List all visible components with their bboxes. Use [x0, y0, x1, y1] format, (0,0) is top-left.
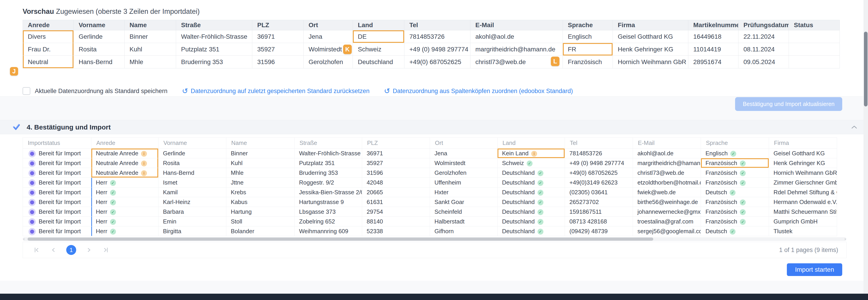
info-icon: [141, 170, 147, 176]
footer-bar: [0, 294, 868, 300]
cell-text: 52338: [367, 228, 383, 235]
cell-name: Mhle: [226, 168, 294, 178]
cell-text: Zobelring 652: [299, 218, 335, 225]
import-status-dot-icon: [30, 152, 34, 156]
cell-text: Gumprich GmbH: [774, 218, 817, 225]
info-icon: [141, 151, 147, 157]
map-from-headers-link[interactable]: ↺ Datenzuordnung aus Spaltenköpfen zuord…: [384, 88, 573, 94]
scroll-left-icon[interactable]: ‹: [23, 237, 25, 241]
cell-text: Hornich Weihmann GbR: [618, 58, 686, 65]
horizontal-scrollbar[interactable]: ‹ ›: [23, 237, 846, 241]
current-page-button[interactable]: 1: [66, 245, 76, 255]
cell-importstatus: Bereit für Import: [23, 168, 91, 178]
check-icon: [110, 199, 116, 206]
cell-text: Geisel Gotthard KG: [774, 150, 825, 157]
vertical-scrollbar-thumb[interactable]: [864, 32, 868, 106]
vertical-scrollbar[interactable]: [864, 0, 868, 294]
cell-text: +49(0) 687052625: [409, 58, 461, 65]
cell-anrede: Neutrale Anrede: [91, 168, 158, 178]
check-icon: [537, 180, 544, 186]
cell-tel: +49(0) 687052625: [404, 56, 470, 69]
cell-text: Ismet: [163, 179, 178, 186]
cell-text: 35927: [257, 46, 275, 53]
table-row: Bereit für ImportHerrIsmetJttneRoggestr.…: [23, 178, 837, 188]
save-mapping-checkbox[interactable]: [23, 87, 30, 95]
cell-text: Französisch: [706, 169, 737, 176]
cell-text: Deutsch: [706, 189, 727, 196]
preview-table: AnredeVornameNameStraßePLZOrtLandTelE-Ma…: [23, 20, 840, 69]
column-header-label: Name: [231, 139, 247, 146]
cell-martikelnummer: 11014419: [688, 43, 739, 56]
import-status-dot-icon: [30, 210, 34, 214]
column-header-label: Land: [502, 139, 516, 146]
cell-text: Divers: [28, 33, 46, 40]
start-import-button[interactable]: Import starten: [787, 263, 842, 276]
cell-text: Neutral: [28, 58, 48, 65]
update-confirmation-button[interactable]: Bestätigung und Import aktualisieren: [735, 97, 842, 111]
cell-sprache: Französisch: [701, 207, 769, 217]
cell-text: Neutrale Anrede: [96, 150, 138, 157]
column-header-label: Martikelnummer: [693, 22, 739, 29]
column-header-e-mail: E-Mail: [470, 20, 563, 30]
section-confirmation-header[interactable]: 4. Bestätigung und Import: [0, 120, 868, 134]
cell-tel: 265273702: [565, 197, 633, 207]
cell-firma: Hermann Odenwald e.V.: [769, 197, 837, 207]
column-header-e-mail: E-Mail: [633, 138, 701, 148]
prev-page-icon[interactable]: [50, 246, 57, 254]
cell-text: Schweiz: [502, 160, 524, 166]
reset-mapping-label: Datenzuordnung auf zuletzt gespeicherten…: [191, 88, 370, 94]
cell-sprache: Deutsch: [701, 226, 769, 236]
cell-land: DE: [353, 30, 404, 43]
cell-importstatus: Bereit für Import: [23, 226, 91, 236]
pagination-nav: 1: [33, 245, 110, 255]
import-status-dot-icon: [30, 171, 34, 175]
table-row: Bereit für ImportNeutrale AnredeRositaKu…: [23, 158, 837, 168]
cell-text: birthe56@weinhage.de: [638, 198, 698, 206]
check-icon: [110, 219, 116, 225]
table-row: Bereit für ImportHerrKamilKrebsJessika-B…: [23, 188, 837, 197]
scroll-right-icon[interactable]: ›: [844, 237, 846, 241]
cell-text: sergej56@googlemail.co…: [638, 228, 701, 235]
cell-plz: 31596: [362, 168, 430, 178]
cell-text: (09429) 48739: [569, 228, 608, 235]
cell-text: Putzplatz 351: [299, 160, 335, 166]
cell-text: Lbsgasse 373: [299, 208, 336, 215]
chevron-up-icon[interactable]: [850, 124, 858, 130]
next-page-icon[interactable]: [85, 246, 93, 254]
cell-martikelnummer: 28951674: [688, 56, 739, 69]
column-header-anrede: Anrede: [91, 138, 158, 148]
cell-text: 88140: [367, 218, 383, 225]
import-status-dot-icon: [30, 161, 34, 165]
horizontal-scrollbar-thumb[interactable]: [28, 238, 653, 241]
cell-text: 08713 428168: [569, 218, 607, 225]
cell-anrede: Herr: [91, 197, 158, 207]
preview-title-bold: Vorschau: [23, 7, 54, 16]
cell-importstatus: Bereit für Import: [23, 217, 91, 226]
cell-sprache: Französisch: [701, 158, 769, 168]
cell-text: Gerlinde: [79, 33, 103, 40]
cell-text: (02305) 03641: [569, 189, 608, 196]
column-header-label: Tel: [570, 139, 577, 146]
column-header-label: PLZ: [367, 139, 378, 146]
cell-text: DE: [358, 33, 367, 40]
cell-text: johannewernecke@gmx.…: [638, 208, 701, 215]
first-page-icon[interactable]: [33, 246, 40, 254]
cell-e-mail: fwiek@web.de: [633, 188, 701, 197]
cell-text: Bereit für Import: [39, 218, 81, 225]
cell-ort: Gerolzhofen: [430, 168, 498, 178]
column-header-ort: Ort: [430, 138, 498, 148]
cell-text: Deutschland: [502, 208, 535, 215]
import-status-dot-icon: [30, 229, 34, 234]
cell-firma: Zimmer Gierschner Gmb…: [769, 178, 837, 188]
cell-text: Wolmirstedt: [309, 46, 342, 53]
column-header-label: PLZ: [257, 22, 269, 29]
cell-text: FR: [568, 46, 576, 53]
table-row: Bereit für ImportHerrBirgittaBolanderWei…: [23, 226, 837, 236]
cell-firma: Rdel Dehmel Stiftung & C…: [769, 188, 837, 197]
cell-text: Französisch: [706, 218, 737, 225]
cell-tel: (09429) 48739: [565, 226, 633, 236]
last-page-icon[interactable]: [102, 246, 110, 254]
cell-vorname: Rosita: [158, 158, 226, 168]
cell-anrede: Herr: [91, 207, 158, 217]
reset-mapping-link[interactable]: ↺ Datenzuordnung auf zuletzt gespeichert…: [182, 88, 370, 94]
